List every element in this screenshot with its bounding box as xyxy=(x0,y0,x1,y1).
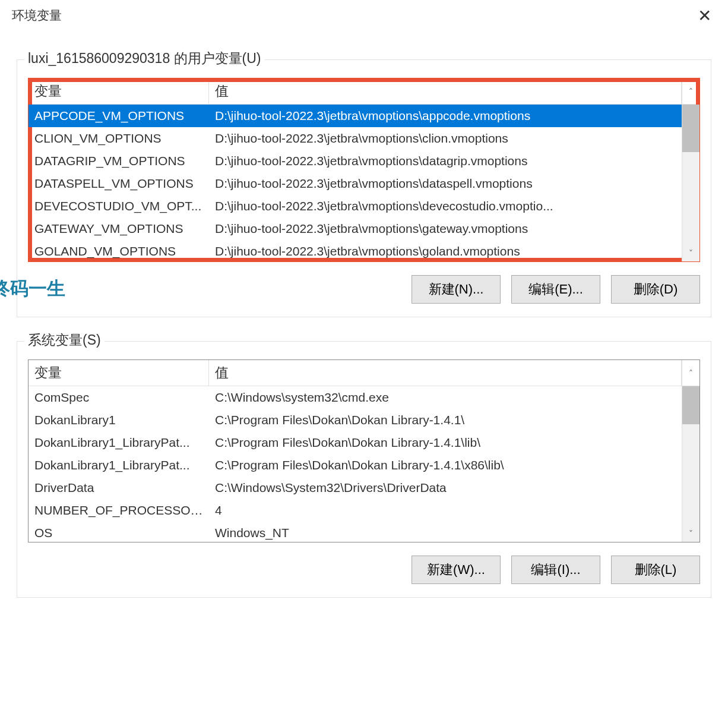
scroll-down-icon[interactable]: ˅ xyxy=(682,245,699,261)
edit-button[interactable]: 编辑(I)... xyxy=(511,556,600,584)
user-vars-legend: luxi_161586009290318 的用户变量(U) xyxy=(24,49,265,68)
cell-variable: DEVECOSTUDIO_VM_OPT... xyxy=(29,197,209,216)
cell-value: C:\Program Files\Dokan\Dokan Library-1.4… xyxy=(209,456,699,475)
table-row[interactable]: GATEWAY_VM_OPTIONSD:\jihuo-tool-2022.3\j… xyxy=(29,217,699,240)
cell-value: D:\jihuo-tool-2022.3\jetbra\vmoptions\da… xyxy=(209,152,699,171)
cell-variable: GATEWAY_VM_OPTIONS xyxy=(29,219,209,238)
table-row[interactable]: GOLAND_VM_OPTIONSD:\jihuo-tool-2022.3\je… xyxy=(29,240,699,262)
cell-variable: CLION_VM_OPTIONS xyxy=(29,129,209,148)
delete-button[interactable]: 删除(L) xyxy=(611,556,700,584)
cell-value: Windows_NT xyxy=(209,523,699,542)
col-header-variable[interactable]: 变量 xyxy=(29,360,209,386)
cell-variable: DokanLibrary1_LibraryPat... xyxy=(29,456,209,475)
cell-variable: DATASPELL_VM_OPTIONS xyxy=(29,174,209,193)
table-row[interactable]: DATAGRIP_VM_OPTIONSD:\jihuo-tool-2022.3\… xyxy=(29,150,699,172)
col-header-value[interactable]: 值 xyxy=(209,360,682,386)
cell-value: D:\jihuo-tool-2022.3\jetbra\vmoptions\ap… xyxy=(209,106,699,125)
system-vars-body: ComSpecC:\Windows\system32\cmd.exeDokanL… xyxy=(29,386,699,542)
table-row[interactable]: DATASPELL_VM_OPTIONSD:\jihuo-tool-2022.3… xyxy=(29,172,699,195)
cell-variable: DriverData xyxy=(29,478,209,497)
scroll-thumb[interactable] xyxy=(682,386,699,424)
close-icon[interactable]: ✕ xyxy=(693,6,716,26)
cell-variable: DokanLibrary1_LibraryPat... xyxy=(29,433,209,452)
table-row[interactable]: NUMBER_OF_PROCESSORS4 xyxy=(29,499,699,522)
user-vars-body: APPCODE_VM_OPTIONSD:\jihuo-tool-2022.3\j… xyxy=(29,105,699,261)
edit-button[interactable]: 编辑(E)... xyxy=(511,275,600,304)
scroll-up-icon[interactable]: ˄ xyxy=(682,360,699,386)
system-vars-fieldset: 系统变量(S) 变量 值 ˄ ComSpecC:\Windows\system3… xyxy=(17,341,711,598)
table-row[interactable]: DokanLibrary1_LibraryPat...C:\Program Fi… xyxy=(29,454,699,477)
system-vars-buttons: 新建(W)... 编辑(I)... 删除(L) xyxy=(28,556,700,584)
cell-value: D:\jihuo-tool-2022.3\jetbra\vmoptions\ga… xyxy=(209,219,699,238)
user-vars-fieldset: luxi_161586009290318 的用户变量(U) 变量 值 ˄ APP… xyxy=(17,59,711,317)
watermark-text: 公众号：终码一生 xyxy=(0,276,65,301)
cell-value: C:\Windows\System32\Drivers\DriverData xyxy=(209,478,699,497)
cell-value: C:\Program Files\Dokan\Dokan Library-1.4… xyxy=(209,411,699,430)
scrollbar[interactable]: ˅ xyxy=(682,105,699,261)
dialog-title: 环境变量 xyxy=(12,7,62,24)
user-vars-buttons: 公众号：终码一生 新建(N)... 编辑(E)... 删除(D) xyxy=(28,275,700,304)
cell-variable: GOLAND_VM_OPTIONS xyxy=(29,242,209,261)
scroll-down-icon[interactable]: ˅ xyxy=(682,525,699,542)
cell-variable: OS xyxy=(29,523,209,542)
table-row[interactable]: OSWindows_NT xyxy=(29,522,699,542)
table-header: 变量 值 ˄ xyxy=(29,360,699,386)
scrollbar[interactable]: ˅ xyxy=(682,386,699,542)
cell-value: D:\jihuo-tool-2022.3\jetbra\vmoptions\de… xyxy=(209,197,699,216)
delete-button[interactable]: 删除(D) xyxy=(611,275,700,304)
cell-value: D:\jihuo-tool-2022.3\jetbra\vmoptions\cl… xyxy=(209,129,699,148)
col-header-variable[interactable]: 变量 xyxy=(29,78,209,104)
system-vars-table[interactable]: 变量 值 ˄ ComSpecC:\Windows\system32\cmd.ex… xyxy=(28,359,700,542)
scroll-up-icon[interactable]: ˄ xyxy=(682,78,699,104)
table-row[interactable]: APPCODE_VM_OPTIONSD:\jihuo-tool-2022.3\j… xyxy=(29,105,699,127)
table-row[interactable]: DokanLibrary1C:\Program Files\Dokan\Doka… xyxy=(29,409,699,431)
titlebar: 环境变量 ✕ xyxy=(0,0,728,31)
user-vars-table[interactable]: 变量 值 ˄ APPCODE_VM_OPTIONSD:\jihuo-tool-2… xyxy=(28,78,700,262)
table-row[interactable]: DriverDataC:\Windows\System32\Drivers\Dr… xyxy=(29,477,699,499)
table-row[interactable]: DokanLibrary1_LibraryPat...C:\Program Fi… xyxy=(29,431,699,454)
cell-variable: DATAGRIP_VM_OPTIONS xyxy=(29,152,209,171)
cell-value: D:\jihuo-tool-2022.3\jetbra\vmoptions\go… xyxy=(209,242,699,261)
new-button[interactable]: 新建(W)... xyxy=(412,556,501,584)
new-button[interactable]: 新建(N)... xyxy=(412,275,501,304)
cell-value: D:\jihuo-tool-2022.3\jetbra\vmoptions\da… xyxy=(209,174,699,193)
cell-variable: ComSpec xyxy=(29,388,209,407)
table-header: 变量 值 ˄ xyxy=(29,78,699,105)
table-row[interactable]: CLION_VM_OPTIONSD:\jihuo-tool-2022.3\jet… xyxy=(29,127,699,150)
scroll-thumb[interactable] xyxy=(682,105,699,152)
cell-value: 4 xyxy=(209,501,699,520)
table-row[interactable]: DEVECOSTUDIO_VM_OPT...D:\jihuo-tool-2022… xyxy=(29,195,699,217)
table-row[interactable]: ComSpecC:\Windows\system32\cmd.exe xyxy=(29,386,699,409)
cell-variable: DokanLibrary1 xyxy=(29,411,209,430)
cell-variable: APPCODE_VM_OPTIONS xyxy=(29,106,209,125)
col-header-value[interactable]: 值 xyxy=(209,78,682,104)
system-vars-legend: 系统变量(S) xyxy=(24,331,105,349)
cell-variable: NUMBER_OF_PROCESSORS xyxy=(29,501,209,520)
cell-value: C:\Program Files\Dokan\Dokan Library-1.4… xyxy=(209,433,699,452)
cell-value: C:\Windows\system32\cmd.exe xyxy=(209,388,699,407)
